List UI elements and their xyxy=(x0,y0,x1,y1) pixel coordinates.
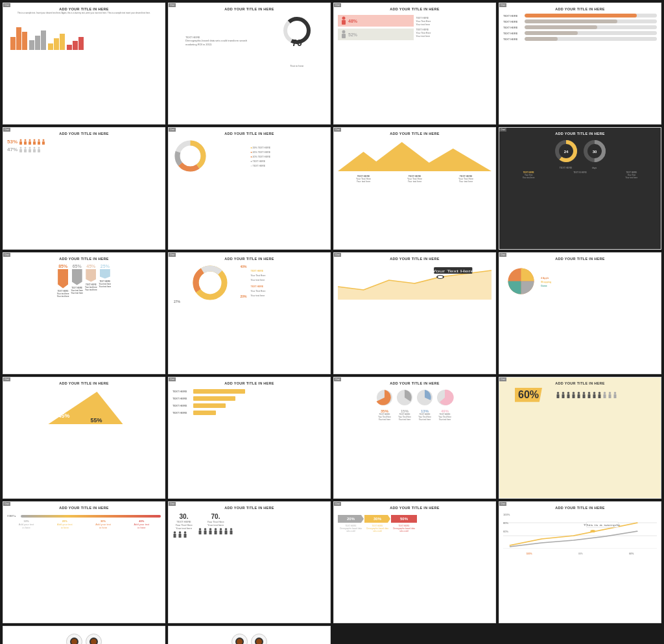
svg-rect-11 xyxy=(29,141,31,145)
mountain-7 xyxy=(338,139,492,174)
svg-point-80 xyxy=(609,392,611,394)
svg-point-6 xyxy=(20,139,22,141)
prog-label-5: TEXT HERE xyxy=(503,38,523,41)
svg-point-20 xyxy=(25,147,27,149)
slide-12: Chart ADD YOUR TITLE IN HERE 4 Apple Sho… xyxy=(499,252,661,374)
pct-4: 25% TEXT HEREYour text hereYour text her… xyxy=(99,264,112,298)
svg-rect-67 xyxy=(573,394,575,398)
step-l-50: TEXT HEREDemographic-based data sets cou… xyxy=(391,525,417,532)
pie-svg-c4 xyxy=(436,388,454,407)
slide-14: Chart ADD YOUR TITLE IN HERE TEXT HERE T… xyxy=(168,377,331,499)
subtext-2: Text in here xyxy=(281,64,313,67)
svg-rect-5 xyxy=(342,34,346,38)
slide-title-14: ADD YOUR TITLE IN HERE xyxy=(172,381,326,385)
prog-label-2: TEXT HERE xyxy=(503,20,523,23)
svg-rect-27 xyxy=(38,149,40,152)
bar-chart-1 xyxy=(7,18,161,50)
pie-wrap-12 xyxy=(503,263,539,302)
svg-point-64 xyxy=(567,392,570,394)
mountain-svg-7 xyxy=(338,139,492,171)
pct-label-1: TEXT HEREYour text hereYour text here xyxy=(57,290,69,298)
steps-labels-19: TEXT HEREDemographic-based data sets cou… xyxy=(338,525,492,532)
hbar-fill-3 xyxy=(193,403,226,408)
slide-21: POWER YOUR POINT Add your text in here xyxy=(3,626,165,644)
svg-rect-79 xyxy=(604,394,606,398)
pct-label-3: TEXT HEREYour text hereYour text here xyxy=(85,283,97,291)
svg-rect-85 xyxy=(174,534,176,538)
line-ylabels-20: 100% 80% 60% xyxy=(503,513,510,533)
icons-53 xyxy=(19,139,58,145)
slide-title-19: ADD YOUR TITLE IN HERE xyxy=(338,506,492,510)
eye-right xyxy=(86,634,102,644)
mlabel-1: TEXT HEREYour Text HereYour text here xyxy=(356,175,371,183)
step-30: 30% xyxy=(364,515,390,523)
slide-title-20: ADD YOUR TITLE IN HERE xyxy=(503,506,657,510)
slide-19: Chart ADD YOUR TITLE IN HERE 20% 30% 50%… xyxy=(333,501,496,623)
thankyou-content: Thank you Add your text in here xyxy=(172,630,326,644)
pct-bar-2 xyxy=(72,269,82,285)
svg-rect-97 xyxy=(215,531,217,534)
slide-title-11: ADD YOUR TITLE IN HERE xyxy=(338,257,492,261)
slide-title-10: ADD YOUR TITLE IN HERE xyxy=(172,257,326,261)
pct-bar-1 xyxy=(58,269,68,289)
slide-22: Thank you Add your text in here xyxy=(168,626,331,644)
ppl-70-text: Your Text HereYour text here xyxy=(198,520,233,527)
road-start: START● xyxy=(7,515,20,518)
step-l-30: TEXT HEREDemographic-based data sets cou… xyxy=(364,525,390,532)
slide-tag-8: Chart xyxy=(499,128,506,132)
svg-point-82 xyxy=(614,392,617,394)
svg-marker-53 xyxy=(49,392,123,424)
people-content-3: 48% 52% TEXT HEREYour Text HereYour text… xyxy=(338,15,492,40)
svg-rect-19 xyxy=(19,149,22,152)
svg-point-84 xyxy=(174,531,176,534)
svg-point-10 xyxy=(29,139,31,141)
slide-tag-15: Chart xyxy=(334,377,341,381)
ppl-70-num: 70. xyxy=(198,513,233,520)
slide-3: Chart ADD YOUR TITLE IN HERE 48% 52% TEX… xyxy=(333,3,496,125)
slide-11: Chart ADD YOUR TITLE IN HERE Your Text H… xyxy=(333,252,496,374)
pie-c2: 15% TEXT HEREYour Text HereYour text her… xyxy=(396,388,414,421)
people-rows-5: 53% 47% xyxy=(7,139,161,152)
ppl-30-text: TEXT HEREYour Text HereYour text here xyxy=(172,520,195,530)
ylabel-100: 100% xyxy=(503,513,510,516)
svg-text:Your Text Here: Your Text Here xyxy=(432,269,474,273)
svg-point-68 xyxy=(578,392,580,394)
slide-8: Chart ADD YOUR TITLE IN HERE 24 TEXT HER… xyxy=(499,127,661,249)
svg-rect-103 xyxy=(230,531,233,534)
slide-title-13: ADD YOUR TITLE IN HERE xyxy=(7,381,161,385)
donut-wrap-6 xyxy=(172,138,248,176)
step-20: 20% xyxy=(338,515,364,523)
pupil-left xyxy=(70,638,78,644)
pct-num-3: 45% xyxy=(85,264,97,268)
prog-row-1: TEXT HERE xyxy=(503,14,657,18)
ppl-30-icons xyxy=(172,531,195,538)
pie-label-3: TEXT HEREYour Text HereYour text here xyxy=(416,413,434,421)
ty-eye-right xyxy=(251,634,267,644)
slide-title-9: ADD YOUR TITLE IN HERE xyxy=(7,257,161,261)
donut-content-2: TEXT HEREDemographic-based data sets cou… xyxy=(172,14,326,67)
thankyou-eyes xyxy=(172,634,326,644)
ty-pupil-right xyxy=(255,638,263,644)
svg-rect-23 xyxy=(29,149,31,152)
yellow-num-16: 60% xyxy=(503,388,554,402)
donut-labels-6: ■ 39% TEXT HERE ■ 26% TEXT HERE ■ 20% TE… xyxy=(251,146,327,169)
line-label-60: 60% xyxy=(629,553,634,555)
road-l1: 10%Add your textin here xyxy=(19,519,34,529)
dark-donut-svg-8b: 30 xyxy=(582,138,608,164)
hbar-fill-4 xyxy=(193,411,216,415)
svg-point-90 xyxy=(199,528,202,531)
road-track: START● xyxy=(7,515,161,518)
svg-rect-99 xyxy=(220,531,222,534)
prog-label-1: TEXT HERE xyxy=(503,14,523,18)
ppl-30: 30. TEXT HEREYour Text HereYour text her… xyxy=(172,513,195,538)
svg-point-16 xyxy=(43,139,45,141)
svg-rect-71 xyxy=(583,394,586,398)
dark-bl-2: TEXT IN HERE xyxy=(573,171,587,179)
slide-tag-6: Chart xyxy=(169,128,176,132)
slide-title-18: ADD YOUR TITLE IN HERE xyxy=(172,506,326,510)
people-icons-16 xyxy=(556,392,657,398)
svg-rect-93 xyxy=(204,531,207,534)
svg-rect-77 xyxy=(599,394,601,398)
pct-bars-9: 85% TEXT HEREYour text hereYour text her… xyxy=(7,264,161,298)
progress-bars-4: TEXT HERE TEXT HERE TEXT HERE TEXT HERE … xyxy=(503,14,657,41)
